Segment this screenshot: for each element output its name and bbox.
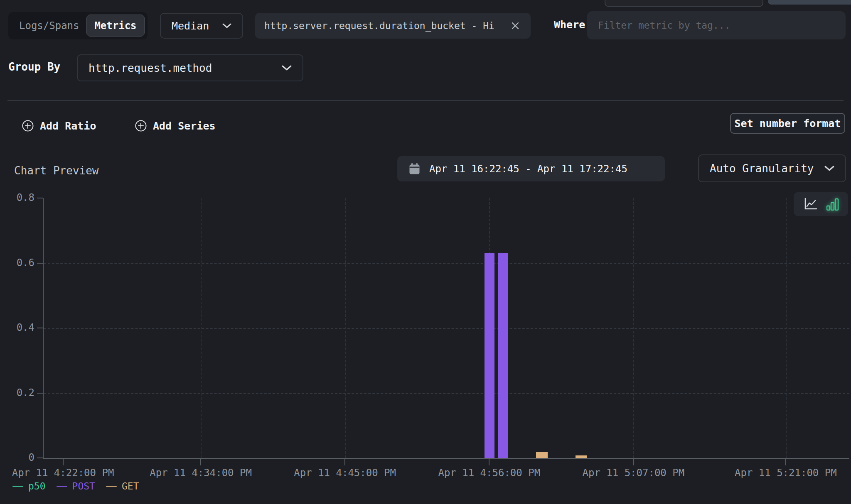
x-axis-label: Apr 11 5:07:00 PM	[583, 467, 685, 479]
x-grid-line	[633, 198, 634, 458]
x-grid-line	[345, 198, 346, 458]
group-by-label: Group By	[8, 61, 60, 73]
y-axis-tick	[37, 198, 43, 198]
time-range-label: Apr 11 16:22:45 - Apr 11 17:22:45	[429, 163, 627, 175]
plus-circle-icon	[22, 120, 34, 132]
y-grid-line	[44, 393, 849, 394]
filter-tags-input[interactable]	[587, 11, 846, 39]
legend-label: GET	[122, 481, 139, 492]
y-axis-label: 0.6	[17, 257, 34, 268]
bar-POST[interactable]	[485, 253, 494, 458]
x-axis-label: Apr 11 4:45:00 PM	[294, 467, 396, 479]
legend-item-p50[interactable]: p50	[12, 481, 46, 492]
chart-preview-title: Chart Preview	[14, 164, 99, 177]
x-axis-tick	[344, 458, 345, 465]
x-axis-tick	[63, 458, 64, 465]
source-toggle: Logs/Spans Metrics	[8, 12, 148, 39]
aggregation-value: Median	[172, 20, 209, 32]
add-ratio-label: Add Ratio	[40, 120, 96, 132]
x-axis-tick	[489, 458, 489, 465]
chevron-down-icon	[282, 65, 292, 71]
x-axis-label: Apr 11 4:34:00 PM	[150, 467, 252, 479]
bar-GET[interactable]	[536, 452, 548, 458]
x-grid-line	[201, 198, 202, 458]
y-axis-label: 0.2	[17, 387, 34, 398]
calendar-icon	[409, 163, 420, 175]
x-axis-tick	[785, 458, 786, 465]
chevron-down-icon	[824, 166, 834, 171]
top-cutoff-input[interactable]	[605, 0, 763, 7]
legend-swatch	[57, 486, 67, 487]
granularity-value: Auto Granularity	[710, 162, 814, 175]
top-cutoff-button[interactable]	[768, 0, 851, 5]
y-axis-tick	[37, 393, 43, 394]
y-axis-tick	[37, 263, 43, 264]
set-number-format-button[interactable]: Set number format	[730, 113, 845, 134]
time-range-picker[interactable]: Apr 11 16:22:45 - Apr 11 17:22:45	[397, 156, 665, 181]
x-axis-label: Apr 11 4:22:00 PM	[12, 467, 114, 479]
metrics-tab[interactable]: Metrics	[86, 15, 145, 37]
plus-circle-icon	[135, 120, 147, 132]
metric-chip[interactable]: http.server.request.duration_bucket - Hi	[255, 13, 531, 39]
close-icon[interactable]	[509, 20, 521, 32]
logs-spans-tab[interactable]: Logs/Spans	[8, 12, 90, 39]
legend-item-POST[interactable]: POST	[57, 481, 95, 492]
legend-swatch	[106, 486, 117, 487]
where-label: Where	[554, 19, 585, 31]
granularity-select[interactable]: Auto Granularity	[698, 154, 846, 182]
y-axis-label: 0.4	[17, 322, 34, 333]
x-axis-label: Apr 11 5:21:00 PM	[735, 467, 837, 479]
legend-label: POST	[72, 481, 95, 492]
y-axis-label: 0.8	[17, 192, 34, 203]
group-by-value: http.request.method	[89, 62, 212, 74]
y-axis-tick	[37, 458, 43, 458]
bar-GET[interactable]	[576, 455, 587, 458]
add-series-button[interactable]: Add Series	[135, 120, 216, 132]
x-axis-label: Apr 11 4:56:00 PM	[438, 467, 540, 479]
y-axis-tick	[37, 328, 43, 328]
x-axis-tick	[200, 458, 201, 465]
chevron-down-icon	[222, 23, 231, 28]
chart-plot[interactable]: 0.80.60.40.20Apr 11 4:22:00 PMApr 11 4:3…	[43, 198, 849, 459]
y-grid-line	[44, 263, 849, 264]
bar-POST[interactable]	[498, 253, 508, 458]
metric-chip-label: http.server.request.duration_bucket - Hi	[264, 20, 509, 31]
legend-swatch	[12, 486, 23, 487]
legend-item-GET[interactable]: GET	[106, 481, 139, 492]
x-axis-tick	[633, 458, 634, 465]
section-divider	[7, 100, 844, 101]
y-axis-label: 0	[29, 452, 34, 463]
add-series-label: Add Series	[153, 120, 216, 132]
add-ratio-button[interactable]: Add Ratio	[22, 120, 96, 132]
y-grid-line	[44, 328, 849, 329]
legend-label: p50	[28, 481, 46, 492]
x-grid-line	[786, 198, 787, 458]
group-by-select[interactable]: http.request.method	[77, 54, 303, 81]
chart-legend: p50POSTGET	[12, 481, 139, 492]
aggregation-select[interactable]: Median	[160, 13, 243, 39]
